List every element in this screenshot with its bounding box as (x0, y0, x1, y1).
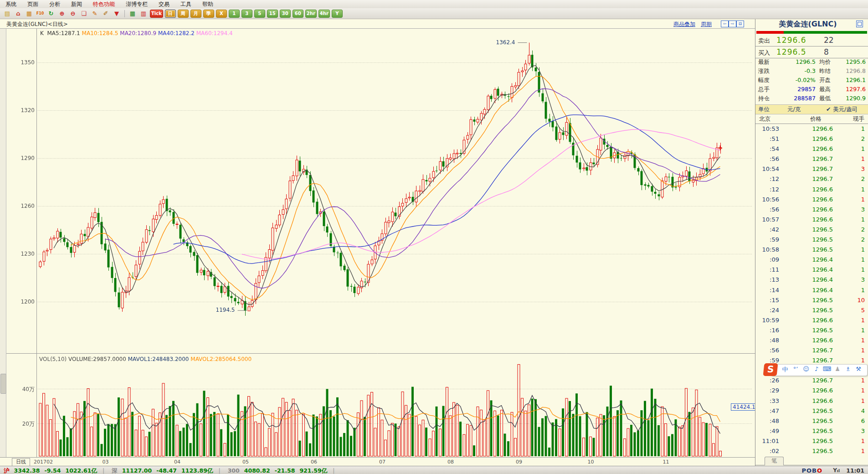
sales-row: :121296.61 (755, 185, 868, 195)
index-quote-2: 3004080.82-21.58921.59亿 (223, 467, 328, 474)
volume-crosshair-value: 41424.1 (731, 403, 757, 411)
panel-symbol-title: 美黄金连(GLNC) (755, 20, 860, 29)
quote-table-icon[interactable]: ▦ (128, 10, 137, 18)
bid-label: 买入 (758, 49, 770, 57)
tick-tab[interactable]: 笔 (765, 457, 784, 465)
volume-tick-1: 20万 (3, 420, 35, 428)
chinese-mode-icon[interactable]: 中 (780, 366, 790, 374)
trading-app-window: 系统页面分析新闻特色功能澎博专栏交易工具帮助 博易大师模拟 ⚡交易 💬论坛 ─ … (0, 0, 868, 474)
low-annotation: 1194.5 (216, 307, 235, 313)
period-link[interactable]: 周期 (701, 21, 712, 28)
month-label-201702: 201702 (34, 459, 53, 465)
unit-label: 单位 (758, 106, 770, 113)
period-60min-button[interactable]: 60 (293, 10, 303, 18)
price-tick-1290: 1290 (3, 155, 35, 161)
price-tick-1350: 1350 (3, 59, 35, 66)
sales-row: :511296.62 (755, 134, 868, 144)
sales-row: :151296.510 (755, 295, 868, 305)
unit-row[interactable]: 单位 元/克 ✔ 美元/盎司 (755, 104, 868, 114)
month-label-03: 03 (103, 459, 109, 465)
header-time: 北京 (759, 115, 770, 123)
menu-item-5[interactable]: 澎博专栏 (120, 0, 153, 9)
unit-check-icon: ✔ (826, 106, 831, 113)
chart-symbol-tab[interactable]: 美黄金连(GLNC)<日线> (6, 21, 68, 28)
overlay-icon[interactable]: ❏ (79, 10, 88, 18)
menu-item-2[interactable]: 分析 (44, 0, 66, 9)
period-1min-button[interactable]: 1 (229, 10, 240, 18)
menu-item-3[interactable]: 新闻 (66, 0, 87, 9)
filter-icon[interactable]: ▼ (112, 10, 121, 18)
time-sales-list[interactable]: 10:531296.61:511296.62:541296.61:561296.… (755, 124, 868, 456)
period-4hr-button[interactable]: 4hr (318, 10, 330, 18)
home-icon[interactable]: ⌂ (14, 10, 23, 18)
period-5min-button[interactable]: 5 (254, 10, 265, 18)
calendar-icon[interactable]: ▦ (25, 10, 34, 18)
voice-input-icon[interactable]: ♪ (812, 366, 822, 372)
refresh-icon[interactable]: ↻ (46, 10, 56, 18)
quote-row-1: 涨跌-0.3昨结1296.8 (755, 67, 868, 77)
left-scroll-thumb[interactable] (0, 374, 6, 394)
soft-keyboard-icon[interactable]: ⌨ (822, 366, 832, 372)
paint-icon[interactable]: ✐ (101, 10, 110, 18)
kline-chart-icon[interactable]: ▥ (139, 10, 148, 18)
account-icon[interactable]: ♟ (832, 366, 842, 372)
sales-row: :471296.54 (755, 406, 868, 416)
period-week-button[interactable]: 周 (178, 10, 189, 18)
period-custom-button[interactable]: X (216, 10, 227, 18)
index-quote-0: 3342.38-9.541022.61亿 (10, 467, 97, 474)
menu-item-1[interactable]: 页面 (22, 0, 44, 9)
period-30min-button[interactable]: 30 (280, 10, 291, 18)
toolbox-icon[interactable]: ⚒ (853, 366, 863, 372)
sales-row: :561296.71 (755, 154, 868, 164)
period-year-button[interactable]: Y (332, 10, 343, 18)
high-annotation: 1362.4 (496, 39, 515, 46)
kline-legend: K MA5:1287.1 MA10:1284.5 MA20:1280.9 MA4… (40, 30, 233, 36)
sales-row: :241296.55 (755, 305, 868, 315)
f10-info-icon[interactable]: F10 (36, 10, 45, 18)
panel-window-icon[interactable] (856, 21, 863, 27)
ask-qty: 22 (824, 36, 834, 45)
month-label-08: 08 (447, 459, 454, 465)
sales-row: :091296.41 (755, 255, 868, 265)
draw-line-icon[interactable]: ✎ (90, 10, 99, 18)
menu-item-0[interactable]: 系统 (0, 0, 22, 9)
sales-row: :131296.43 (755, 275, 868, 285)
menu-item-7[interactable]: 工具 (175, 0, 197, 9)
split-view-icon[interactable]: ⊟ (736, 21, 744, 27)
emoji-icon[interactable]: ☺ (801, 366, 811, 372)
quote-panel: 美黄金连(GLNC) 卖出 1296.6 22 买入 1296.5 8 最新12… (755, 19, 868, 466)
next-symbol-icon[interactable]: ⇨ (729, 21, 736, 27)
menu-item-8[interactable]: 帮助 (197, 0, 219, 9)
overlay-link[interactable]: 商品叠加 (673, 21, 695, 28)
prev-symbol-icon[interactable]: ⇦ (721, 21, 729, 27)
period-season-button[interactable]: 季 (203, 10, 214, 18)
menu-item-6[interactable]: 交易 (153, 0, 175, 9)
punctuation-icon[interactable]: °’ (791, 366, 801, 372)
sales-row: :561296.63 (755, 205, 868, 215)
volume-legend: VOL(5,10) VOLUME:29857.0000 MAVOL1:24848… (39, 356, 252, 362)
legend-ma20: MA20:1280.9 (120, 30, 156, 36)
skin-icon[interactable]: ♗ (843, 366, 853, 372)
legend-ma10: MA10:1284.5 (82, 30, 118, 36)
month-label-11: 11 (663, 459, 669, 465)
period-day-button[interactable]: 日 (165, 10, 176, 18)
period-15min-button[interactable]: 15 (267, 10, 278, 18)
menu-item-4[interactable]: 特色功能 (87, 0, 120, 9)
period-3min-button[interactable]: 3 (241, 10, 252, 18)
month-label-05: 05 (242, 459, 249, 465)
period-tick-button[interactable]: Tick (150, 10, 163, 18)
period-tab-daily[interactable]: 日线 (12, 458, 30, 466)
zoom-out-icon[interactable]: ⊖ (68, 10, 77, 18)
month-label-10: 10 (588, 459, 594, 465)
sales-row: 10:531296.61 (755, 124, 868, 134)
chart-canvas[interactable] (0, 0, 868, 474)
bid-price: 1296.5 (776, 47, 806, 57)
bid-row: 买入 1296.5 8 (755, 46, 868, 58)
period-2hr-button[interactable]: 2hr (305, 10, 317, 18)
sales-row: 10:591296.61 (755, 315, 868, 325)
sales-row: 11:011296.51 (755, 436, 868, 446)
sogou-logo-icon[interactable]: S (763, 363, 778, 376)
period-month-button[interactable]: 月 (190, 10, 201, 18)
zoom-in-icon[interactable]: ⊕ (57, 10, 67, 18)
page-icon[interactable]: ▤ (3, 10, 12, 18)
